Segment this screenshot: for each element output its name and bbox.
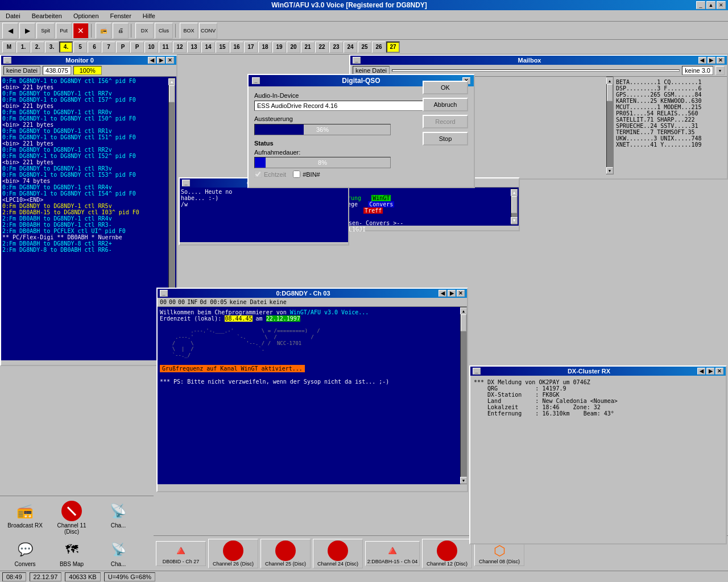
btn-ch08[interactable]: ⬡ Channel 08 (Disc) [474, 541, 524, 566]
cv-thumb[interactable] [511, 196, 517, 213]
toolbar-btn-x[interactable]: ✕ [73, 23, 89, 39]
mailbox-minimize[interactable]: _ [353, 57, 361, 64]
toolbar-btn-radio[interactable]: 📻 [96, 23, 111, 39]
taskicon-ch-blank[interactable]: 📡 Cha... [96, 498, 141, 536]
toolbar-btn-cluster[interactable]: Clus [155, 23, 173, 39]
taskicon-convers[interactable]: 💬 Convers [2, 537, 48, 568]
menu-optionen[interactable]: Optionen [70, 11, 102, 20]
cv-down[interactable]: ▼ [511, 217, 518, 224]
num-15[interactable]: 15 [216, 41, 229, 53]
toolbar-btn-split[interactable]: Spit [36, 23, 55, 39]
toolbar-btn-1[interactable]: ◀ [2, 23, 18, 39]
btn-db0bid[interactable]: 🔺 DB0BID - Ch 27 [156, 541, 206, 566]
num-17[interactable]: 17 [244, 41, 258, 53]
num-12[interactable]: 12 [173, 41, 187, 53]
scrollbar-thumb[interactable] [169, 85, 175, 102]
num-25[interactable]: 25 [358, 41, 371, 53]
menu-fenster[interactable]: Fenster [107, 11, 135, 20]
num-6[interactable]: 6 [88, 41, 101, 53]
toolbar-btn-put[interactable]: Put [56, 23, 72, 39]
minimize-button[interactable]: _ [696, 1, 705, 9]
ch-thumb[interactable] [461, 314, 466, 331]
dxcluster-minimize[interactable]: _ [473, 368, 481, 375]
dxcluster-close[interactable]: ✕ [715, 368, 723, 375]
mb-scroll-down[interactable]: ▼ [606, 167, 613, 174]
num-26[interactable]: 26 [372, 41, 386, 53]
channel-scroll-l[interactable]: ◀ [439, 290, 446, 297]
monitor-minimize[interactable]: _ [3, 57, 11, 64]
btn-db0abh[interactable]: 🔺 2:DB0ABH-15 - Ch 04 [365, 541, 420, 566]
record-button[interactable]: Record [423, 115, 468, 128]
abbruch-button[interactable]: Abbruch [423, 98, 468, 111]
aufnahme-bar: 8% [254, 157, 391, 168]
mailbox-scroll-r[interactable]: ▶ [708, 57, 715, 64]
dialog-minimize[interactable]: _ [252, 77, 260, 84]
btn-ch24[interactable]: Channel 24 (Disc) [313, 539, 363, 568]
num-7[interactable]: 7 [102, 41, 115, 53]
toolbar-btn-dx[interactable]: DX [135, 23, 154, 39]
num-18[interactable]: 18 [258, 41, 272, 53]
mb-scroll-up[interactable]: ▲ [606, 77, 613, 84]
num-22[interactable]: 22 [315, 41, 329, 53]
num-p2[interactable]: P [130, 41, 144, 53]
num-14[interactable]: 14 [201, 41, 215, 53]
num-21[interactable]: 21 [301, 41, 315, 53]
maximize-button[interactable]: ▲ [706, 1, 715, 9]
taskicon-ch11[interactable]: Channel 11 (Disc) [49, 498, 94, 536]
bin-checkbox[interactable] [293, 171, 300, 178]
dxcluster-scroll-l[interactable]: ◀ [697, 368, 705, 375]
convers-minimize[interactable]: _ [182, 180, 190, 186]
num-20[interactable]: 20 [287, 41, 300, 53]
toolbar-btn-2[interactable]: ▶ [19, 23, 35, 39]
num-1[interactable]: 1. [16, 41, 30, 53]
dxcluster-scroll-r[interactable]: ▶ [706, 368, 714, 375]
num-13[interactable]: 13 [187, 41, 201, 53]
mailbox-scroll-l[interactable]: ◀ [698, 57, 706, 64]
ok-button[interactable]: OK [423, 81, 468, 94]
toolbar-btn-conv[interactable]: CONV [199, 23, 217, 39]
mb-thumb[interactable] [607, 84, 613, 101]
echtzeit-checkbox[interactable] [254, 171, 262, 178]
num-m[interactable]: M [2, 41, 16, 53]
num-4[interactable]: 4. [59, 41, 73, 53]
cv-up[interactable]: ▲ [511, 189, 518, 196]
menu-bearbeiten[interactable]: Bearbeiten [28, 11, 65, 20]
taskicon-broadcast[interactable]: 📻 Broadcast RX [2, 498, 48, 536]
channel-scroll-r[interactable]: ▶ [448, 290, 456, 297]
btn-ch26[interactable]: Channel 26 (Disc) [208, 539, 258, 568]
toolbar-btn-box[interactable]: BOX [180, 23, 198, 39]
taskicon-bbsmap[interactable]: 🗺 BBS Map [49, 537, 94, 568]
num-2[interactable]: 2. [31, 41, 44, 53]
num-24[interactable]: 24 [344, 41, 357, 53]
num-10[interactable]: 10 [144, 41, 158, 53]
scrollbar-up[interactable]: ▲ [168, 78, 175, 85]
monitor-scroll-left[interactable]: ◀ [148, 57, 156, 64]
monitor-scroll-right[interactable]: ▶ [157, 57, 165, 64]
num-19[interactable]: 19 [272, 41, 286, 53]
convers-scrollbar[interactable]: ▲ ▼ [511, 189, 518, 225]
ch-down[interactable]: ▼ [460, 477, 467, 484]
channel-close[interactable]: ✕ [457, 290, 465, 297]
btn-ch25[interactable]: Channel 25 (Disc) [260, 539, 311, 568]
mailbox-scrollbar[interactable]: ▲ ▼ [606, 77, 613, 174]
mailbox-close[interactable]: ✕ [717, 57, 725, 64]
num-p1[interactable]: P [116, 41, 130, 53]
toolbar-btn-print[interactable]: 🖨 [113, 23, 129, 39]
stop-button[interactable]: Stop [423, 132, 468, 146]
mailbox-scroll-btn[interactable]: ▼ [715, 66, 725, 75]
close-button[interactable]: ✕ [717, 1, 726, 9]
num-23[interactable]: 23 [329, 41, 343, 53]
num-5[interactable]: 5 [73, 41, 87, 53]
btn-ch12[interactable]: Channel 12 (Disc) [422, 539, 472, 568]
num-11[interactable]: 11 [159, 41, 172, 53]
num-27[interactable]: 27 [386, 41, 400, 53]
channel-scrollbar[interactable]: ▲ ▼ [460, 307, 467, 484]
taskicon-ch-blank2[interactable]: 📡 Cha... [96, 537, 141, 568]
menu-hilfe[interactable]: Hilfe [139, 11, 159, 20]
ch-up[interactable]: ▲ [460, 307, 467, 314]
num-3[interactable]: 3. [45, 41, 59, 53]
num-16[interactable]: 16 [230, 41, 243, 53]
monitor-close[interactable]: ✕ [166, 57, 174, 64]
channel-minimize[interactable]: _ [160, 290, 168, 297]
menu-datei[interactable]: Datei [2, 11, 24, 20]
